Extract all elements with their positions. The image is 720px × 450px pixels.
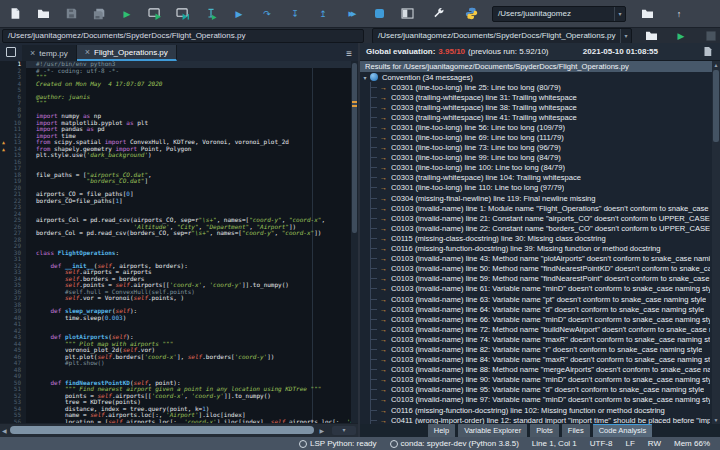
analysis-item[interactable]: →C0103 (invalid-name) line 63: Variable …	[360, 294, 720, 304]
pane-tab-plots[interactable]: Plots	[530, 423, 559, 437]
analyze-icon[interactable]: ▶	[674, 29, 688, 43]
analysis-item[interactable]: →C0103 (invalid-name) line 61: Variable …	[360, 284, 720, 294]
pane-tab-variable-explorer[interactable]: Variable Explorer	[458, 423, 527, 437]
close-tab-icon[interactable]: ×	[85, 47, 90, 57]
goto-arrow-icon: →	[380, 164, 387, 171]
pane-tab-code-analysis[interactable]: Code Analysis	[593, 423, 653, 437]
convention-group-row[interactable]: ▾ Convention (34 messages)	[360, 72, 720, 82]
debug-icon[interactable]: ▶	[232, 7, 246, 21]
analysis-item[interactable]: →C0103 (invalid-name) line 72: Method na…	[360, 324, 720, 334]
analysis-item[interactable]: →C0303 (trailing-whitespace) line 104: T…	[360, 173, 720, 183]
analysis-item[interactable]: →C0103 (invalid-name) line 95: Variable …	[360, 385, 720, 395]
tree-tick	[371, 379, 377, 380]
goto-arrow-icon: →	[380, 396, 387, 403]
interpreter-status[interactable]: conda: spyder-dev (Python 3.8.5)	[390, 439, 519, 448]
scrollbar-thumb[interactable]	[352, 63, 357, 233]
analysis-item[interactable]: →C0115 (missing-class-docstring) line 30…	[360, 233, 720, 243]
run-cell-advance-icon[interactable]	[176, 7, 190, 21]
run-icon[interactable]: ▶	[120, 7, 134, 21]
results-vertical-scrollbar[interactable]: ▲ ▼	[712, 61, 720, 424]
editor-file-path[interactable]: /Users/juanitagomez/Documents/SpyderDocs…	[2, 29, 364, 43]
editor-tab-Flight_Operations.py[interactable]: ×Flight_Operations.py	[77, 45, 177, 61]
analysis-item[interactable]: →C0103 (invalid-name) line 90: Variable …	[360, 375, 720, 385]
analysis-item[interactable]: →C0116 (missing-function-docstring) line…	[360, 405, 720, 415]
preferences-icon[interactable]	[432, 7, 446, 21]
analysis-item[interactable]: →C0303 (trailing-whitespace) line 38: Tr…	[360, 102, 720, 112]
pane-tab-files[interactable]: Files	[562, 423, 590, 437]
analysis-item[interactable]: →C0301 (line-too-long) line 56: Line too…	[360, 122, 720, 132]
working-directory-combo[interactable]: /Users/juanitagomez ▾	[492, 6, 626, 22]
analysis-file-combo[interactable]: /Users/juanitagomez/Documents/SpyderDocs…	[372, 28, 632, 44]
analysis-item[interactable]: →C0103 (invalid-name) line 43: Method na…	[360, 254, 720, 264]
run-selection-icon[interactable]	[204, 7, 218, 21]
code-editor[interactable]: 1#!/usr/bin/env python32# -*- coding: ut…	[0, 61, 358, 423]
warning-flag[interactable]	[352, 105, 357, 107]
scroll-up-icon[interactable]: ▲	[712, 62, 720, 68]
analysis-item[interactable]: →C0301 (line-too-long) line 99: Line too…	[360, 153, 720, 163]
editor-horizontal-scrollbar[interactable]: ◀ ▶ ▾	[0, 423, 358, 437]
step-into-icon[interactable]: ↧	[288, 7, 302, 21]
analysis-item[interactable]: →C0301 (line-too-long) line 25: Line too…	[360, 82, 720, 92]
options-menu-icon[interactable]: ≡	[346, 48, 358, 61]
analysis-item[interactable]: →C0301 (line-too-long) line 69: Line too…	[360, 132, 720, 142]
open-workdir-icon[interactable]	[640, 7, 654, 21]
analysis-item[interactable]: →C0103 (invalid-name) line 84: Variable …	[360, 355, 720, 365]
editor-pane: ×temp.py×Flight_Operations.py ≡ 1#!/usr/…	[0, 43, 360, 437]
scrollbar-thumb[interactable]	[10, 426, 314, 434]
results-header-row[interactable]: Results for /Users/juanitagomez/Document…	[360, 61, 720, 72]
analysis-item[interactable]: →C0103 (invalid-name) line 1: Module nam…	[360, 203, 720, 213]
run-cell-icon[interactable]	[148, 7, 162, 21]
analysis-item[interactable]: →C0103 (invalid-name) line 59: Method na…	[360, 274, 720, 284]
analysis-item[interactable]: →C0103 (invalid-name) line 21: Constant …	[360, 213, 720, 223]
collapse-chevron-icon[interactable]: ▾	[360, 74, 370, 81]
step-out-icon[interactable]: ↥	[316, 7, 330, 21]
new-file-icon[interactable]	[8, 7, 22, 21]
analysis-item[interactable]: →C0103 (invalid-name) line 64: Variable …	[360, 304, 720, 314]
editor-tab-temp.py[interactable]: ×temp.py	[22, 45, 77, 61]
tree-tick	[371, 359, 377, 360]
continue-icon[interactable]: ▶▶	[344, 7, 358, 21]
analysis-item[interactable]: →C0103 (invalid-name) line 66: Variable …	[360, 314, 720, 324]
goto-arrow-icon: →	[380, 316, 387, 323]
close-tab-icon[interactable]: ×	[30, 48, 35, 58]
lsp-status[interactable]: LSP Python: ready	[299, 439, 377, 448]
analysis-item[interactable]: →C0103 (invalid-name) line 74: Variable …	[360, 334, 720, 344]
chevron-down-icon[interactable]: ▾	[620, 29, 631, 43]
save-icon[interactable]	[64, 7, 78, 21]
analysis-item[interactable]: →C0116 (missing-function-docstring) line…	[360, 244, 720, 254]
output-file-icon[interactable]	[700, 45, 714, 59]
analysis-item[interactable]: →C0303 (trailing-whitespace) line 31: Tr…	[360, 92, 720, 102]
browse-tabs-icon[interactable]	[4, 45, 18, 59]
analysis-item[interactable]: →C0103 (invalid-name) line 22: Constant …	[360, 223, 720, 233]
analysis-item[interactable]: →C0103 (invalid-name) line 97: Variable …	[360, 395, 720, 405]
analysis-item[interactable]: →C0103 (invalid-name) line 88: Method na…	[360, 365, 720, 375]
analysis-item[interactable]: →C0103 (invalid-name) line 82: Variable …	[360, 344, 720, 354]
analysis-item[interactable]: →C0411 (wrong-import-order) line 12: sta…	[360, 415, 720, 424]
scroll-corner[interactable]: ▾	[332, 426, 356, 435]
parent-dir-icon[interactable]: ↑	[672, 7, 686, 21]
step-over-icon[interactable]: ↷	[260, 7, 274, 21]
stop-analysis-icon[interactable]	[704, 29, 718, 43]
editor-vertical-scrollbar[interactable]	[351, 61, 358, 423]
analysis-item[interactable]: →C0301 (line-too-long) line 110: Line to…	[360, 183, 720, 193]
python-icon[interactable]	[464, 7, 478, 21]
open-file-icon[interactable]	[36, 7, 50, 21]
analysis-item[interactable]: →C0103 (invalid-name) line 50: Method na…	[360, 264, 720, 274]
stop-debug-icon[interactable]	[372, 7, 386, 21]
pane-tab-help[interactable]: Help	[428, 423, 455, 437]
chevron-down-icon[interactable]: ▾	[614, 7, 625, 21]
analysis-item[interactable]: →C0301 (line-too-long) line 73: Line too…	[360, 143, 720, 153]
tree-tick	[371, 147, 377, 148]
goto-arrow-icon: →	[380, 346, 387, 353]
scroll-left-icon[interactable]: ◀	[2, 427, 7, 434]
analysis-item[interactable]: →C0304 (missing-final-newline) line 119:…	[360, 193, 720, 203]
save-all-icon[interactable]	[92, 7, 106, 21]
scroll-down-icon[interactable]: ▼	[712, 417, 720, 423]
scroll-right-icon[interactable]: ▶	[319, 427, 324, 434]
maximize-pane-icon[interactable]	[400, 7, 414, 21]
select-file-icon[interactable]	[644, 29, 658, 43]
warning-flag[interactable]	[352, 101, 357, 103]
analysis-item[interactable]: →C0301 (line-too-long) line 100: Line to…	[360, 163, 720, 173]
scrollbar-thumb[interactable]	[713, 70, 719, 142]
analysis-item[interactable]: →C0303 (trailing-whitespace) line 41: Tr…	[360, 112, 720, 122]
